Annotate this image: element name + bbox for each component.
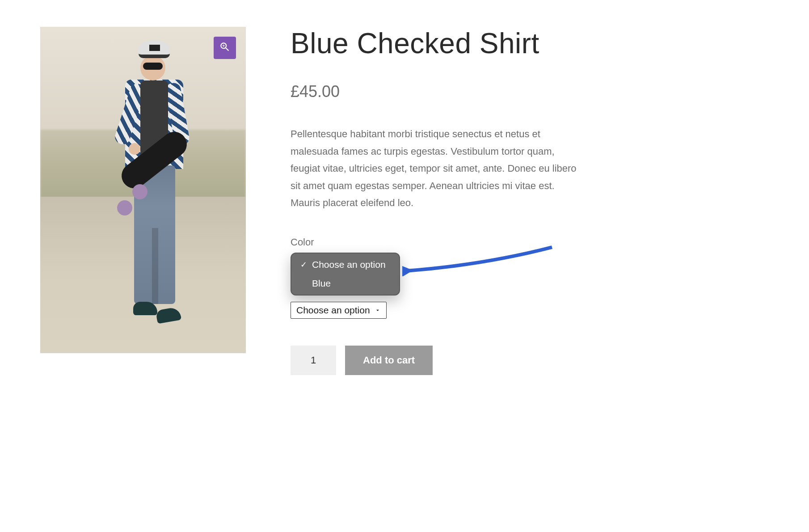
product-price: £45.00 — [291, 82, 581, 101]
magnify-plus-icon — [219, 41, 231, 55]
product-image[interactable] — [40, 27, 246, 353]
dropdown-option-blue[interactable]: Blue — [291, 274, 399, 293]
select-value: Choose an option — [296, 305, 370, 316]
dropdown-option-label: Choose an option — [312, 259, 386, 270]
product-info-column: Blue Checked Shirt £45.00 Pellentesque h… — [291, 27, 581, 375]
quantity-input[interactable] — [291, 346, 336, 375]
add-to-cart-button[interactable]: Add to cart — [345, 346, 433, 375]
checkmark-icon: ✓ — [299, 260, 308, 270]
zoom-image-button[interactable] — [214, 37, 236, 59]
chevron-down-icon — [375, 305, 381, 316]
color-dropdown-open: ✓ Choose an option Blue — [291, 253, 400, 296]
product-image-column — [40, 27, 246, 353]
color-select[interactable]: Choose an option — [291, 302, 387, 319]
product-page: Blue Checked Shirt £45.00 Pellentesque h… — [40, 27, 769, 375]
dropdown-option-placeholder[interactable]: ✓ Choose an option — [291, 255, 399, 274]
variation-label: Color — [291, 236, 581, 248]
add-to-cart-row: Add to cart — [291, 346, 581, 375]
product-description: Pellentesque habitant morbi tristique se… — [291, 126, 581, 212]
dropdown-option-label: Blue — [312, 278, 331, 289]
product-title: Blue Checked Shirt — [291, 27, 581, 60]
